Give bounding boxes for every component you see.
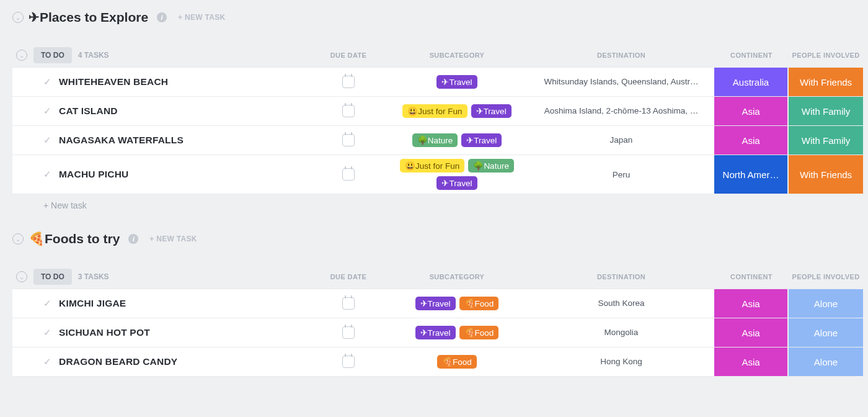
tag-travel[interactable]: ✈Travel (471, 104, 512, 118)
new-task-row[interactable]: + New task (12, 194, 856, 215)
due-date-cell[interactable] (311, 289, 386, 318)
check-icon[interactable]: ✓ (43, 169, 51, 180)
due-date-cell[interactable] (311, 318, 386, 347)
subcategory-cell[interactable]: ✈Travel🍕Food (386, 318, 528, 347)
continent-cell[interactable]: Asia (714, 97, 789, 125)
column-continent[interactable]: CONTINENT (714, 273, 789, 280)
tag-food[interactable]: 🍕Food (459, 297, 499, 310)
task-list: ✓KIMCHI JIGAE✈Travel🍕FoodSouth KoreaAsia… (12, 289, 856, 377)
tag-food[interactable]: 🍕Food (437, 355, 477, 369)
check-icon[interactable]: ✓ (43, 356, 51, 367)
task-name[interactable]: MACHU PICHU (59, 169, 128, 180)
tag-food[interactable]: 🍕Food (459, 326, 499, 339)
task-row[interactable]: ✓KIMCHI JIGAE✈Travel🍕FoodSouth KoreaAsia… (12, 289, 856, 318)
people-cell[interactable]: With Family (789, 126, 863, 155)
people-cell[interactable]: Alone (789, 348, 863, 376)
check-icon[interactable]: ✓ (43, 298, 51, 309)
column-due-date[interactable]: DUE DATE (311, 52, 386, 59)
info-icon[interactable]: i (128, 234, 138, 244)
column-destination[interactable]: DESTINATION (528, 273, 714, 280)
check-icon[interactable]: ✓ (43, 105, 51, 117)
continent-cell[interactable]: Asia (714, 289, 789, 318)
task-name[interactable]: WHITEHEAVEN BEACH (59, 76, 168, 87)
status-pill[interactable]: TO DO (33, 47, 72, 63)
info-icon[interactable]: i (157, 12, 167, 22)
column-people-involved[interactable]: PEOPLE INVOLVED (789, 52, 863, 59)
tag-travel[interactable]: ✈Travel (415, 326, 456, 339)
calendar-icon[interactable] (342, 134, 355, 146)
due-date-cell[interactable] (311, 68, 386, 96)
calendar-icon[interactable] (342, 326, 355, 339)
task-row[interactable]: ✓NAGASAKA WATERFALLS🌳Nature✈TravelJapanA… (12, 126, 856, 155)
people-cell[interactable]: With Family (789, 97, 863, 125)
collapse-icon[interactable]: ⌄ (16, 271, 27, 282)
calendar-icon[interactable] (342, 168, 355, 181)
column-destination[interactable]: DESTINATION (528, 52, 714, 59)
continent-cell[interactable]: Asia (714, 126, 789, 155)
collapse-icon[interactable]: ⌄ (12, 233, 24, 244)
column-due-date[interactable]: DUE DATE (311, 273, 386, 280)
continent-cell[interactable]: Asia (714, 348, 789, 376)
continent-cell[interactable]: North Amer… (714, 155, 789, 194)
destination-cell[interactable]: Hong Kong (528, 348, 714, 376)
due-date-cell[interactable] (311, 348, 386, 376)
tag-nature[interactable]: 🌳Nature (468, 159, 514, 173)
section-title[interactable]: 🍕Foods to try (29, 231, 120, 246)
check-icon[interactable]: ✓ (43, 327, 51, 338)
check-icon[interactable]: ✓ (43, 76, 51, 87)
subcategory-cell[interactable]: ✈Travel🍕Food (386, 289, 528, 318)
due-date-cell[interactable] (311, 97, 386, 125)
destination-cell[interactable]: Aoshima Island, 2-chōme-13 Aoshima, … (528, 97, 714, 125)
continent-cell[interactable]: Asia (714, 318, 789, 347)
task-row[interactable]: ✓WHITEHEAVEN BEACH✈TravelWhitsunday Isla… (12, 67, 856, 97)
calendar-icon[interactable] (342, 76, 355, 88)
destination-cell[interactable]: Mongolia (528, 318, 714, 347)
destination-cell[interactable]: Whitsunday Islands, Queensland, Austr… (528, 68, 714, 96)
calendar-icon[interactable] (342, 297, 355, 310)
task-name[interactable]: CAT ISLAND (59, 105, 118, 117)
collapse-icon[interactable]: ⌄ (12, 12, 24, 23)
subcategory-cell[interactable]: 😃Just for Fun🌳Nature✈Travel (386, 155, 528, 194)
column-subcategory[interactable]: SUBCATEGORY (386, 273, 528, 280)
calendar-icon[interactable] (342, 105, 355, 117)
people-cell[interactable]: With Friends (789, 155, 863, 194)
tag-nature[interactable]: 🌳Nature (412, 133, 458, 147)
destination-cell[interactable]: Japan (528, 126, 714, 155)
calendar-icon[interactable] (342, 356, 355, 368)
task-row[interactable]: ✓SICHUAN HOT POT✈Travel🍕FoodMongoliaAsia… (12, 318, 856, 348)
collapse-icon[interactable]: ⌄ (16, 50, 27, 61)
people-cell[interactable]: Alone (789, 318, 863, 347)
due-date-cell[interactable] (311, 126, 386, 155)
task-row[interactable]: ✓CAT ISLAND😃Just for Fun✈TravelAoshima I… (12, 97, 856, 126)
continent-cell[interactable]: Australia (714, 68, 789, 96)
task-row[interactable]: ✓MACHU PICHU😃Just for Fun🌳Nature✈TravelP… (12, 155, 856, 194)
check-icon[interactable]: ✓ (43, 135, 51, 146)
task-name[interactable]: KIMCHI JIGAE (59, 298, 126, 309)
column-people-involved[interactable]: PEOPLE INVOLVED (789, 273, 863, 280)
people-cell[interactable]: Alone (789, 289, 863, 318)
subcategory-cell[interactable]: 🌳Nature✈Travel (386, 126, 528, 155)
destination-cell[interactable]: South Korea (528, 289, 714, 318)
new-task-button[interactable]: + NEW TASK (178, 13, 225, 22)
tag-travel[interactable]: ✈Travel (436, 176, 477, 190)
due-date-cell[interactable] (311, 155, 386, 194)
section-title[interactable]: ✈Places to Explore (29, 10, 148, 25)
subcategory-cell[interactable]: ✈Travel (386, 68, 528, 96)
task-name[interactable]: DRAGON BEARD CANDY (59, 356, 177, 367)
column-subcategory[interactable]: SUBCATEGORY (386, 52, 528, 59)
subcategory-cell[interactable]: 😃Just for Fun✈Travel (386, 97, 528, 125)
task-row[interactable]: ✓DRAGON BEARD CANDY🍕FoodHong KongAsiaAlo… (12, 348, 856, 377)
subcategory-cell[interactable]: 🍕Food (386, 348, 528, 376)
destination-cell[interactable]: Peru (528, 155, 714, 194)
tag-fun[interactable]: 😃Just for Fun (402, 104, 467, 118)
tag-travel[interactable]: ✈Travel (436, 75, 477, 89)
column-continent[interactable]: CONTINENT (714, 52, 789, 59)
tag-travel[interactable]: ✈Travel (415, 297, 456, 310)
tag-travel[interactable]: ✈Travel (461, 133, 502, 147)
people-cell[interactable]: With Friends (789, 68, 863, 96)
new-task-button[interactable]: + NEW TASK (149, 235, 197, 243)
task-name[interactable]: SICHUAN HOT POT (59, 327, 150, 338)
task-name[interactable]: NAGASAKA WATERFALLS (59, 135, 184, 146)
status-pill[interactable]: TO DO (33, 269, 72, 285)
tag-fun[interactable]: 😃Just for Fun (400, 159, 464, 173)
